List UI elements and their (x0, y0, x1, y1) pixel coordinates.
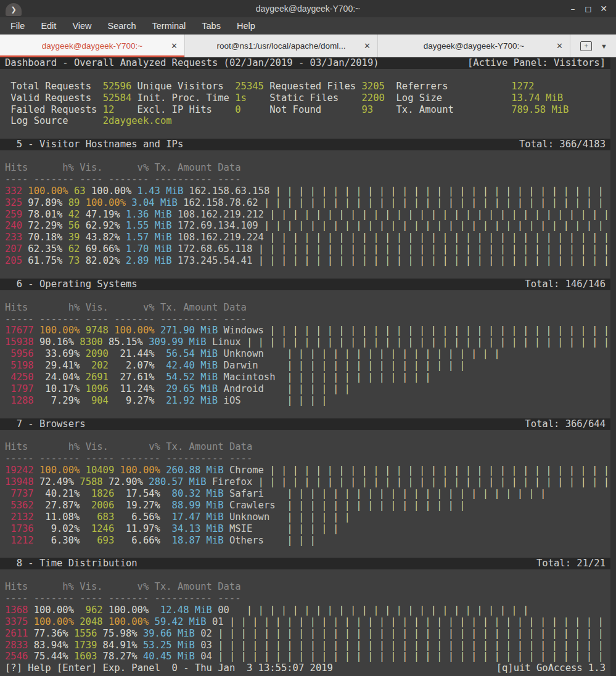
bar-tick: | (506, 640, 511, 651)
menu-item-file[interactable]: File (2, 17, 33, 35)
bar-tick: | (385, 465, 390, 476)
close-button[interactable]: ✕ (599, 4, 609, 14)
bar-tick: | (552, 651, 557, 662)
bar-tick: | (379, 616, 385, 628)
maximize-button[interactable]: ◻ (583, 4, 593, 14)
bar-tick: | (604, 243, 609, 255)
bar-tick: | (448, 348, 454, 360)
cell-bar-chart: |||||| (287, 383, 356, 395)
bar-tick: | (402, 616, 408, 628)
bar-tick: | (425, 500, 430, 511)
bar-tick: | (321, 372, 327, 383)
bar-tick: | (373, 255, 379, 267)
col-header-tx: Tx. Amount (155, 581, 212, 593)
cell-hits: 205 (5, 255, 22, 267)
bar-tick: | (419, 465, 425, 476)
bar-tick: | (281, 476, 287, 488)
tab-close-icon[interactable]: ✕ (364, 41, 371, 51)
cell-hits: 1368 (5, 605, 28, 616)
cell-visitors-percent: 43.82% (86, 232, 120, 243)
bar-tick: | (494, 348, 499, 360)
bar-tick: | (483, 197, 488, 209)
bar-tick: | (431, 243, 437, 255)
bar-tick: | (592, 255, 598, 267)
cell-tx-amount: 80.32 MiB (166, 488, 223, 500)
bar-tick: | (379, 651, 385, 662)
tab-dropdown-icon[interactable]: ▼ (601, 43, 607, 50)
bar-tick: | (293, 336, 298, 348)
bar-tick: | (494, 651, 499, 662)
bar-tick: | (304, 605, 310, 616)
bar-tick: | (379, 185, 385, 197)
bar-tick: | (350, 325, 356, 336)
terminal-tab-3[interactable]: daygeek@daygeek-Y700:~✕ (378, 35, 570, 57)
menu-item-search[interactable]: Search (100, 17, 144, 35)
bar-tick: | (523, 336, 528, 348)
terminal-scrollbar[interactable] (610, 57, 616, 676)
cell-data: Firefox (212, 476, 252, 488)
terminal-tab-1[interactable]: daygeek@daygeek-Y700:~✕ (0, 35, 185, 57)
cell-tx-amount: 260.88 MiB (166, 465, 223, 476)
col-header-hpct: h% (39, 302, 80, 314)
menu-item-tabs[interactable]: Tabs (194, 17, 229, 35)
bar-tick: | (419, 476, 425, 488)
col-dashes-hits: ---- (5, 174, 28, 185)
bar-tick: | (379, 220, 385, 232)
summary-value: 52596 (103, 81, 138, 92)
cell-hits-percent: 6.30% (39, 535, 80, 547)
summary-value: 2daygeek.com (103, 115, 138, 127)
minimize-button[interactable]: – (568, 4, 578, 14)
bar-tick: | (552, 628, 557, 640)
bar-tick: | (241, 651, 247, 662)
panel-data-row: 425024.04%269127.61%54.52 MiBMacintosh||… (0, 372, 610, 383)
cell-hits: 2132 (5, 511, 34, 523)
menu-item-edit[interactable]: Edit (33, 17, 64, 35)
col-header-vpct: v% (114, 302, 154, 314)
cell-tx-amount: 12.48 MiB (155, 605, 212, 616)
bar-tick: | (563, 628, 569, 640)
bar-tick: | (459, 628, 465, 640)
bar-tick: | (264, 197, 269, 209)
bar-tick: | (379, 628, 385, 640)
menu-item-view[interactable]: View (64, 17, 99, 35)
bar-tick: | (396, 232, 402, 243)
bar-tick: | (350, 209, 356, 221)
bar-tick: | (437, 348, 442, 360)
cell-tx-amount: 280.57 MiB (149, 476, 206, 488)
bar-tick: | (310, 348, 316, 360)
panel-header-p6: 6 - Operating SystemsTotal: 146/146 (0, 279, 610, 290)
bar-tick: | (488, 243, 494, 255)
cell-visitors: 1739 (74, 640, 97, 651)
bar-tick: | (362, 476, 368, 488)
bar-tick: | (517, 628, 523, 640)
terminal-tab-2[interactable]: root@ns1:/usr/local/apache/doml...✕ (185, 35, 378, 57)
cell-bar-chart: ||||||||||||| (287, 372, 437, 383)
bar-tick: | (298, 197, 304, 209)
summary-value: 0 (235, 104, 269, 116)
terminal-viewport[interactable]: Dashboard - Overall Analyzed Requests (0… (0, 57, 610, 676)
new-tab-icon[interactable]: + (580, 41, 592, 51)
col-dashes-data: ---- (218, 593, 240, 605)
cell-hits: 325 (5, 197, 22, 209)
menu-item-terminal[interactable]: Terminal (144, 17, 194, 35)
cell-visitors: 63 (74, 185, 86, 197)
bar-tick: | (483, 348, 488, 360)
tab-close-icon[interactable]: ✕ (171, 41, 178, 51)
panel-column-headers: Hitsh%Vis.v%Tx. AmountData (0, 162, 610, 174)
bar-tick: | (557, 255, 563, 267)
tab-close-icon[interactable]: ✕ (556, 41, 563, 51)
bar-tick: | (333, 500, 339, 511)
bar-tick: | (287, 535, 292, 547)
bar-tick: | (356, 500, 361, 511)
bar-tick: | (333, 383, 339, 395)
cell-hits-percent: 72.29% (28, 220, 62, 232)
col-header-hpct: h% (34, 581, 74, 593)
bar-tick: | (345, 488, 350, 500)
summary-label: Unique Visitors (138, 81, 236, 92)
col-dashes-vpct: ------- (120, 453, 160, 465)
menu-item-help[interactable]: Help (229, 17, 263, 35)
bar-tick: | (517, 197, 523, 209)
cell-hits-percent: 27.87% (39, 500, 80, 511)
bar-tick: | (310, 395, 316, 407)
col-header-data: Data (229, 441, 281, 453)
